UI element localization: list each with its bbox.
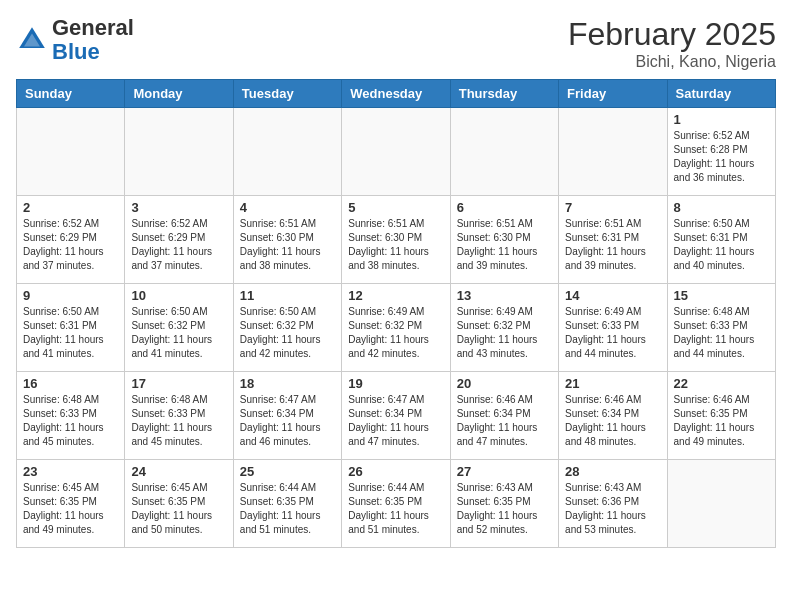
weekday-friday: Friday [559, 80, 667, 108]
calendar-cell: 14Sunrise: 6:49 AM Sunset: 6:33 PM Dayli… [559, 284, 667, 372]
weekday-monday: Monday [125, 80, 233, 108]
calendar-cell: 7Sunrise: 6:51 AM Sunset: 6:31 PM Daylig… [559, 196, 667, 284]
cell-content: Sunrise: 6:50 AM Sunset: 6:31 PM Dayligh… [23, 305, 118, 361]
calendar-cell: 28Sunrise: 6:43 AM Sunset: 6:36 PM Dayli… [559, 460, 667, 548]
cell-content: Sunrise: 6:48 AM Sunset: 6:33 PM Dayligh… [674, 305, 769, 361]
calendar-cell [17, 108, 125, 196]
week-row-0: 1Sunrise: 6:52 AM Sunset: 6:28 PM Daylig… [17, 108, 776, 196]
day-number: 18 [240, 376, 335, 391]
day-number: 21 [565, 376, 660, 391]
cell-content: Sunrise: 6:49 AM Sunset: 6:33 PM Dayligh… [565, 305, 660, 361]
calendar-cell: 16Sunrise: 6:48 AM Sunset: 6:33 PM Dayli… [17, 372, 125, 460]
title-area: February 2025 Bichi, Kano, Nigeria [568, 16, 776, 71]
calendar-cell: 12Sunrise: 6:49 AM Sunset: 6:32 PM Dayli… [342, 284, 450, 372]
page-header: General Blue February 2025 Bichi, Kano, … [16, 16, 776, 71]
weekday-header-row: SundayMondayTuesdayWednesdayThursdayFrid… [17, 80, 776, 108]
day-number: 15 [674, 288, 769, 303]
week-row-1: 2Sunrise: 6:52 AM Sunset: 6:29 PM Daylig… [17, 196, 776, 284]
cell-content: Sunrise: 6:51 AM Sunset: 6:30 PM Dayligh… [457, 217, 552, 273]
logo-icon [16, 24, 48, 56]
calendar-cell: 24Sunrise: 6:45 AM Sunset: 6:35 PM Dayli… [125, 460, 233, 548]
day-number: 22 [674, 376, 769, 391]
cell-content: Sunrise: 6:51 AM Sunset: 6:30 PM Dayligh… [240, 217, 335, 273]
cell-content: Sunrise: 6:46 AM Sunset: 6:34 PM Dayligh… [565, 393, 660, 449]
day-number: 2 [23, 200, 118, 215]
calendar-cell: 11Sunrise: 6:50 AM Sunset: 6:32 PM Dayli… [233, 284, 341, 372]
cell-content: Sunrise: 6:46 AM Sunset: 6:35 PM Dayligh… [674, 393, 769, 449]
day-number: 24 [131, 464, 226, 479]
day-number: 26 [348, 464, 443, 479]
weekday-thursday: Thursday [450, 80, 558, 108]
cell-content: Sunrise: 6:44 AM Sunset: 6:35 PM Dayligh… [240, 481, 335, 537]
day-number: 27 [457, 464, 552, 479]
cell-content: Sunrise: 6:48 AM Sunset: 6:33 PM Dayligh… [23, 393, 118, 449]
calendar-cell [342, 108, 450, 196]
cell-content: Sunrise: 6:44 AM Sunset: 6:35 PM Dayligh… [348, 481, 443, 537]
weekday-saturday: Saturday [667, 80, 775, 108]
cell-content: Sunrise: 6:49 AM Sunset: 6:32 PM Dayligh… [457, 305, 552, 361]
day-number: 14 [565, 288, 660, 303]
calendar-table: SundayMondayTuesdayWednesdayThursdayFrid… [16, 79, 776, 548]
cell-content: Sunrise: 6:52 AM Sunset: 6:28 PM Dayligh… [674, 129, 769, 185]
cell-content: Sunrise: 6:43 AM Sunset: 6:36 PM Dayligh… [565, 481, 660, 537]
calendar-cell: 25Sunrise: 6:44 AM Sunset: 6:35 PM Dayli… [233, 460, 341, 548]
calendar-cell: 4Sunrise: 6:51 AM Sunset: 6:30 PM Daylig… [233, 196, 341, 284]
weekday-wednesday: Wednesday [342, 80, 450, 108]
calendar-cell: 2Sunrise: 6:52 AM Sunset: 6:29 PM Daylig… [17, 196, 125, 284]
cell-content: Sunrise: 6:50 AM Sunset: 6:32 PM Dayligh… [240, 305, 335, 361]
day-number: 20 [457, 376, 552, 391]
day-number: 23 [23, 464, 118, 479]
week-row-4: 23Sunrise: 6:45 AM Sunset: 6:35 PM Dayli… [17, 460, 776, 548]
cell-content: Sunrise: 6:52 AM Sunset: 6:29 PM Dayligh… [23, 217, 118, 273]
day-number: 8 [674, 200, 769, 215]
calendar-body: 1Sunrise: 6:52 AM Sunset: 6:28 PM Daylig… [17, 108, 776, 548]
day-number: 12 [348, 288, 443, 303]
cell-content: Sunrise: 6:47 AM Sunset: 6:34 PM Dayligh… [348, 393, 443, 449]
logo-general: General [52, 15, 134, 40]
calendar-cell: 10Sunrise: 6:50 AM Sunset: 6:32 PM Dayli… [125, 284, 233, 372]
location: Bichi, Kano, Nigeria [568, 53, 776, 71]
weekday-tuesday: Tuesday [233, 80, 341, 108]
cell-content: Sunrise: 6:50 AM Sunset: 6:31 PM Dayligh… [674, 217, 769, 273]
day-number: 5 [348, 200, 443, 215]
logo-blue: Blue [52, 39, 100, 64]
day-number: 7 [565, 200, 660, 215]
calendar-cell: 20Sunrise: 6:46 AM Sunset: 6:34 PM Dayli… [450, 372, 558, 460]
calendar-cell: 27Sunrise: 6:43 AM Sunset: 6:35 PM Dayli… [450, 460, 558, 548]
day-number: 17 [131, 376, 226, 391]
day-number: 6 [457, 200, 552, 215]
calendar-cell [667, 460, 775, 548]
day-number: 28 [565, 464, 660, 479]
calendar-cell [450, 108, 558, 196]
logo: General Blue [16, 16, 134, 64]
cell-content: Sunrise: 6:45 AM Sunset: 6:35 PM Dayligh… [23, 481, 118, 537]
calendar-cell [233, 108, 341, 196]
cell-content: Sunrise: 6:49 AM Sunset: 6:32 PM Dayligh… [348, 305, 443, 361]
cell-content: Sunrise: 6:51 AM Sunset: 6:31 PM Dayligh… [565, 217, 660, 273]
calendar-cell: 15Sunrise: 6:48 AM Sunset: 6:33 PM Dayli… [667, 284, 775, 372]
day-number: 1 [674, 112, 769, 127]
day-number: 16 [23, 376, 118, 391]
calendar-cell: 19Sunrise: 6:47 AM Sunset: 6:34 PM Dayli… [342, 372, 450, 460]
day-number: 4 [240, 200, 335, 215]
calendar-cell: 13Sunrise: 6:49 AM Sunset: 6:32 PM Dayli… [450, 284, 558, 372]
calendar-cell: 18Sunrise: 6:47 AM Sunset: 6:34 PM Dayli… [233, 372, 341, 460]
day-number: 11 [240, 288, 335, 303]
cell-content: Sunrise: 6:48 AM Sunset: 6:33 PM Dayligh… [131, 393, 226, 449]
week-row-3: 16Sunrise: 6:48 AM Sunset: 6:33 PM Dayli… [17, 372, 776, 460]
calendar-cell: 21Sunrise: 6:46 AM Sunset: 6:34 PM Dayli… [559, 372, 667, 460]
day-number: 25 [240, 464, 335, 479]
calendar-cell [125, 108, 233, 196]
cell-content: Sunrise: 6:50 AM Sunset: 6:32 PM Dayligh… [131, 305, 226, 361]
calendar-cell: 6Sunrise: 6:51 AM Sunset: 6:30 PM Daylig… [450, 196, 558, 284]
calendar-cell [559, 108, 667, 196]
calendar-cell: 3Sunrise: 6:52 AM Sunset: 6:29 PM Daylig… [125, 196, 233, 284]
calendar-cell: 26Sunrise: 6:44 AM Sunset: 6:35 PM Dayli… [342, 460, 450, 548]
cell-content: Sunrise: 6:51 AM Sunset: 6:30 PM Dayligh… [348, 217, 443, 273]
weekday-sunday: Sunday [17, 80, 125, 108]
calendar-cell: 5Sunrise: 6:51 AM Sunset: 6:30 PM Daylig… [342, 196, 450, 284]
calendar-cell: 17Sunrise: 6:48 AM Sunset: 6:33 PM Dayli… [125, 372, 233, 460]
week-row-2: 9Sunrise: 6:50 AM Sunset: 6:31 PM Daylig… [17, 284, 776, 372]
cell-content: Sunrise: 6:45 AM Sunset: 6:35 PM Dayligh… [131, 481, 226, 537]
day-number: 13 [457, 288, 552, 303]
